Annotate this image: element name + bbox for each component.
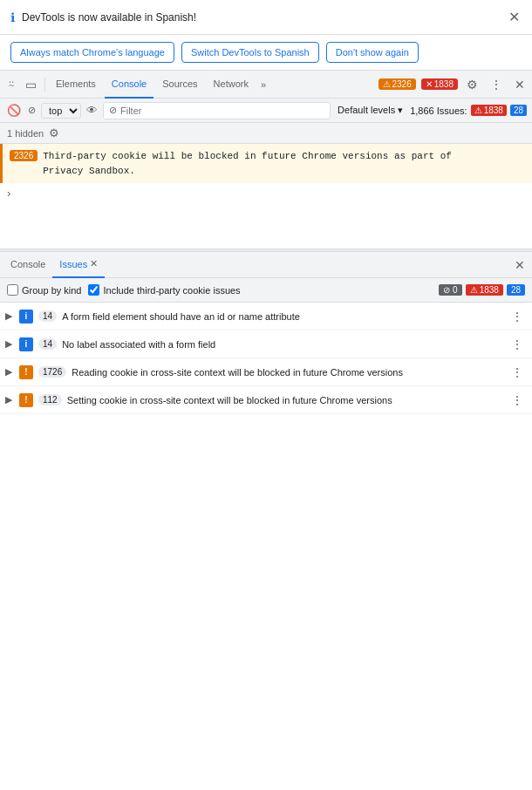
info-close-button[interactable]: ✕ [507,7,522,27]
warning-badge: ⚠ 2326 [379,78,416,90]
warning-icon: ! [19,365,33,379]
issues-red-count: 1838 [484,106,503,115]
issues-tab-close[interactable]: ✕ [90,258,98,269]
issues-zero-count: 0 [453,285,458,295]
tab-issues[interactable]: Issues ✕ [52,252,105,278]
warning-text-line1: Third-party cookie will be blocked in fu… [43,151,452,161]
filter-input[interactable] [120,106,324,116]
toolbar-separator [44,78,45,92]
hidden-settings-icon[interactable]: ⚙ [49,126,59,140]
devtools-toolbar: ⍨ ▭ Elements Console Sources Network » ⚠… [0,71,532,99]
issue-count-badge: 14 [38,338,57,350]
issues-counts-area: ⊘ 0 ⚠ 1838 28 [439,284,525,296]
device-icon[interactable]: ▭ [21,74,41,95]
issue-text: Reading cookie in cross-site context wil… [72,367,502,378]
more-tabs-icon[interactable]: » [257,76,269,93]
default-levels-dropdown[interactable]: Default levels ▾ [334,105,406,116]
hidden-count-text: 1 hidden [7,128,44,139]
issues-red-icon: ⚠ [474,106,482,115]
group-by-kind-label[interactable]: Group by kind [7,284,81,296]
badge-area: ⚠ 2326 ✕ 1838 ⚙ ⋮ ✕ [379,74,529,95]
devtools-close-icon[interactable]: ✕ [511,74,529,95]
warning-text-line2: Privacy Sandbox. [43,166,135,176]
group-by-kind-checkbox[interactable] [7,284,18,296]
filter-input-wrap: ⊘ [103,102,331,119]
issue-count-badge: 112 [38,394,62,405]
warning-count: 2326 [392,79,412,89]
console-filter-bar: 🚫 ⊘ top 👁 ⊘ Default levels ▾ 1,866 Issue… [0,99,532,123]
warning-triangle-icon: ⚠ [383,79,391,89]
issue-more-icon[interactable]: ⋮ [508,336,527,353]
issue-count-badge: 1726 [38,366,66,378]
console-warning-row: 2326 Third-party cookie will be blocked … [0,144,532,183]
issue-row[interactable]: ▶!1726Reading cookie in cross-site conte… [0,358,532,386]
issues-tab-label: Issues [59,259,87,269]
gear-icon[interactable]: ⚙ [463,74,481,95]
eye-icon[interactable]: 👁 [85,102,99,119]
issues-error-count: 1838 [480,285,499,295]
filter-icon: ⊘ [109,105,117,116]
context-selector[interactable]: top [41,103,81,119]
issue-text: Setting cookie in cross-site context wil… [67,395,502,405]
info-bar-text: DevTools is now available in Spanish! [22,11,500,24]
group-by-kind-text: Group by kind [22,285,81,296]
issues-error-icon: ⚠ [470,285,478,295]
tab-network[interactable]: Network [207,71,256,99]
issue-expand-arrow-icon[interactable]: ▶ [5,366,14,378]
info-bar: ℹ DevTools is now available in Spanish! … [0,0,532,35]
console-expand-row[interactable]: › [0,183,532,203]
issues-zero-icon: ⊘ [443,285,450,295]
issues-tab-bar: Console Issues ✕ ✕ [0,252,532,278]
issue-row[interactable]: ▶!112Setting cookie in cross-site contex… [0,386,532,414]
issue-text: A form field element should have an id o… [62,311,502,322]
issue-more-icon[interactable]: ⋮ [508,364,527,381]
always-match-button[interactable]: Always match Chrome's language [10,42,174,63]
info-icon: i [19,337,33,351]
info-icon: ℹ [10,10,15,24]
issues-filter-bar: Group by kind Include third-party cookie… [0,278,532,303]
include-third-party-checkbox[interactable] [88,284,99,296]
tab-console-issues[interactable]: Console [3,252,52,278]
warning-icon: ! [19,393,33,407]
issue-row[interactable]: ▶i14A form field element should have an … [0,303,532,330]
issue-expand-arrow-icon[interactable]: ▶ [5,310,14,322]
issues-zero-badge: ⊘ 0 [439,284,461,296]
clear-console-icon[interactable]: 🚫 [5,102,23,119]
issues-blue-badge: 28 [510,105,527,116]
more-options-icon[interactable]: ⋮ [487,74,506,95]
expand-arrow-icon[interactable]: › [7,187,10,200]
issues-count-area: 1,866 Issues: ⚠ 1838 28 [410,105,527,116]
issue-expand-arrow-icon[interactable]: ▶ [5,338,14,350]
hidden-bar: 1 hidden ⚙ [0,123,532,144]
console-warning-text: Third-party cookie will be blocked in fu… [43,149,452,178]
error-icon: ✕ [426,79,433,89]
issues-error-badge: ⚠ 1838 [466,284,503,296]
tab-sources[interactable]: Sources [155,71,204,99]
issues-count-label: 1,866 Issues: [410,106,467,116]
issue-text: No label associated with a form field [62,339,502,350]
no-errors-icon[interactable]: ⊘ [26,103,38,118]
tab-console[interactable]: Console [105,71,153,99]
tab-elements[interactable]: Elements [49,71,103,99]
error-count: 1838 [434,79,454,89]
issues-panel: Console Issues ✕ ✕ Group by kind Include… [0,252,532,414]
console-content: 2326 Third-party cookie will be blocked … [0,144,532,249]
include-third-party-label[interactable]: Include third-party cookie issues [88,284,240,296]
switch-devtools-button[interactable]: Switch DevTools to Spanish [181,42,319,63]
include-third-party-text: Include third-party cookie issues [103,285,240,296]
default-levels-label: Default levels ▾ [338,105,403,116]
inspect-icon[interactable]: ⍨ [3,74,19,95]
issue-row[interactable]: ▶i14No label associated with a form fiel… [0,330,532,358]
issue-expand-arrow-icon[interactable]: ▶ [5,394,14,405]
issues-panel-close-icon[interactable]: ✕ [511,255,529,276]
issue-more-icon[interactable]: ⋮ [508,308,527,325]
issue-rows-container: ▶i14A form field element should have an … [0,303,532,414]
dont-show-button[interactable]: Don't show again [326,42,419,63]
info-icon: i [19,310,33,323]
lang-bar: Always match Chrome's language Switch De… [0,35,532,71]
error-badge: ✕ 1838 [421,78,458,90]
console-warning-badge: 2326 [10,150,38,161]
issues-info-badge: 28 [507,284,525,296]
issue-more-icon[interactable]: ⋮ [508,392,527,409]
issue-count-badge: 14 [38,310,57,322]
